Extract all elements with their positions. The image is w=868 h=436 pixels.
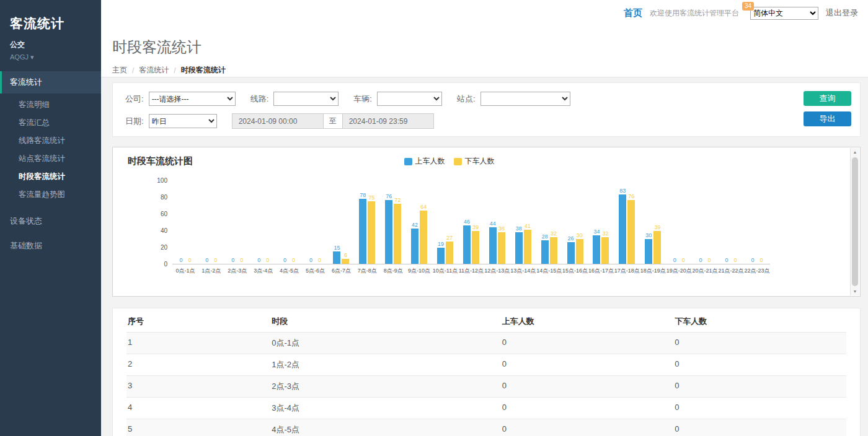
- bar-下车人数[interactable]: [524, 230, 531, 264]
- bar-下车人数[interactable]: [342, 259, 349, 264]
- sidebar-item-top-0[interactable]: 设备状态: [0, 209, 101, 233]
- chart-scrollbar[interactable]: ▲ ▼: [850, 148, 859, 295]
- bar-value-label: 0: [240, 257, 243, 263]
- date-start-input[interactable]: [232, 113, 324, 129]
- bar-value-label: 38: [498, 225, 505, 232]
- company-select[interactable]: ---请选择---: [149, 92, 236, 106]
- bar-下车人数[interactable]: [627, 200, 635, 264]
- table-row[interactable]: 10点-1点00: [126, 333, 846, 354]
- sidebar-item-sub-3[interactable]: 站点客流统计: [0, 150, 101, 168]
- date-preset-select[interactable]: 昨日: [149, 114, 217, 128]
- home-link[interactable]: 首页: [624, 7, 642, 19]
- table-cell: 0: [673, 354, 846, 375]
- bar-value-label: 78: [360, 192, 366, 198]
- scrollbar-thumb[interactable]: [852, 157, 858, 286]
- bar-value-label: 34: [593, 229, 600, 235]
- table-cell: 0: [673, 398, 846, 419]
- bar-上车人数[interactable]: [541, 240, 549, 264]
- scroll-up-icon[interactable]: ▲: [851, 150, 859, 154]
- scroll-down-icon[interactable]: ▼: [851, 289, 859, 294]
- query-button[interactable]: 查询: [804, 91, 851, 106]
- date-end-input[interactable]: [342, 113, 434, 129]
- table-row[interactable]: 43点-4点00: [126, 398, 846, 419]
- profile-user-dropdown[interactable]: AQGJ ▾: [10, 53, 91, 61]
- sidebar-item-sub-1[interactable]: 客流汇总: [0, 114, 101, 132]
- sidebar-item-sub-0[interactable]: 客流明细: [0, 96, 101, 114]
- app-root: 客流统计 公交 AQGJ ▾ 客流统计 客流明细客流汇总线路客流统计站点客流统计…: [0, 0, 868, 436]
- chart-column: 00: [718, 181, 744, 264]
- bar-value-label: 46: [464, 219, 470, 225]
- bar-下车人数[interactable]: [420, 211, 427, 264]
- breadcrumb-separator: /: [174, 66, 175, 75]
- breadcrumb-item-0[interactable]: 主页: [112, 65, 127, 76]
- bar-value-label: 0: [257, 257, 260, 263]
- bar-上车人数[interactable]: [567, 242, 575, 264]
- bar-value-label: 0: [231, 257, 234, 263]
- sidebar-item-sub-5[interactable]: 客流量趋势图: [0, 186, 101, 204]
- line-label: 线路:: [250, 94, 269, 105]
- bar-value-label: 41: [525, 223, 531, 229]
- chart-column: 00: [250, 181, 277, 264]
- bar-value-label: 72: [394, 197, 401, 203]
- chart-plot-wrap: 0000000000001567875767242641927463944383…: [172, 181, 770, 275]
- bar-下车人数[interactable]: [550, 237, 557, 264]
- notification-badge[interactable]: 34: [742, 2, 754, 11]
- export-button[interactable]: 导出: [804, 111, 851, 126]
- bar-下车人数[interactable]: [446, 242, 453, 264]
- line-select[interactable]: [273, 92, 339, 106]
- chart-column: 8376: [614, 181, 640, 264]
- vehicle-select[interactable]: [377, 92, 442, 106]
- bar-下车人数[interactable]: [601, 237, 609, 264]
- sidebar-item-sub-2[interactable]: 线路客流统计: [0, 132, 101, 150]
- table-cell: 2: [126, 354, 270, 375]
- x-axis-label: 11点-12点: [458, 267, 484, 275]
- table-row[interactable]: 54点-5点00: [126, 419, 846, 436]
- y-tick-label: 80: [161, 194, 167, 201]
- bar-下车人数[interactable]: [368, 201, 375, 264]
- sidebar-item-top-1[interactable]: 基础数据: [0, 233, 101, 258]
- breadcrumb-item-1[interactable]: 客流统计: [139, 65, 169, 76]
- bar-下车人数[interactable]: [653, 231, 661, 264]
- x-axis-label: 2点-3点: [224, 267, 250, 275]
- bar-下车人数[interactable]: [576, 239, 583, 264]
- bar-value-label: 0: [318, 257, 321, 263]
- bar-上车人数[interactable]: [463, 225, 471, 264]
- bar-下车人数[interactable]: [394, 204, 401, 264]
- chart-column: 1927: [432, 181, 458, 264]
- table-row[interactable]: 21点-2点00: [126, 354, 846, 376]
- bar-value-label: 19: [438, 241, 444, 247]
- bar-下车人数[interactable]: [472, 231, 479, 264]
- bar-上车人数[interactable]: [619, 194, 626, 264]
- bar-上车人数[interactable]: [593, 235, 600, 264]
- bar-上车人数[interactable]: [359, 199, 366, 264]
- logout-link[interactable]: 退出登录: [826, 7, 858, 19]
- bar-上车人数[interactable]: [515, 232, 523, 264]
- bar-上车人数[interactable]: [645, 239, 652, 264]
- sidebar-item-sub-4[interactable]: 时段客流统计: [0, 168, 101, 186]
- breadcrumb: 主页/客流统计/时段客流统计: [112, 65, 868, 76]
- legend-item-1[interactable]: 下车人数: [454, 156, 495, 167]
- bar-上车人数[interactable]: [411, 229, 418, 264]
- table-cell: 0: [673, 419, 846, 436]
- line-filter: 线路:: [250, 92, 339, 106]
- bar-上车人数[interactable]: [489, 227, 497, 264]
- legend-item-0[interactable]: 上车人数: [404, 156, 445, 167]
- column-header: 下车人数: [673, 311, 846, 332]
- bar-value-label: 0: [283, 257, 286, 263]
- language-select[interactable]: 简体中文: [750, 7, 818, 20]
- bar-value-label: 0: [699, 257, 702, 263]
- filter-row-2: 日期: 昨日 至: [125, 113, 792, 129]
- bar-下车人数[interactable]: [498, 232, 505, 264]
- topbar: 首页 欢迎使用客流统计管理平台 34 简体中文 退出登录: [101, 0, 868, 26]
- bar-上车人数[interactable]: [437, 248, 445, 264]
- table-row[interactable]: 32点-3点00: [126, 376, 846, 398]
- bar-value-label: 83: [619, 188, 626, 194]
- sidebar-item-passenger-stats[interactable]: 客流统计: [0, 71, 101, 94]
- bar-上车人数[interactable]: [385, 200, 392, 264]
- bar-上车人数[interactable]: [333, 251, 340, 264]
- bar-value-label: 26: [568, 235, 574, 242]
- station-select[interactable]: [480, 92, 570, 106]
- table-cell: 0: [673, 376, 846, 397]
- date-label: 日期:: [125, 116, 144, 127]
- bar-value-label: 39: [654, 224, 660, 230]
